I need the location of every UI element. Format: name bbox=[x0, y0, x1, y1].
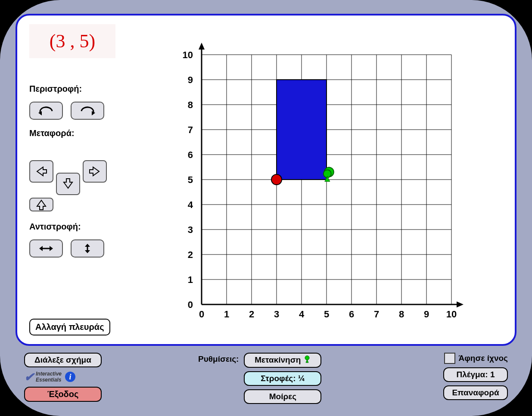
turns-setting-button[interactable]: Στροφές: ¼ bbox=[244, 371, 321, 386]
arrow-down-icon bbox=[62, 178, 74, 190]
flip-vertical-button[interactable] bbox=[71, 239, 104, 258]
svg-text:9: 9 bbox=[187, 75, 193, 85]
svg-text:6: 6 bbox=[348, 309, 354, 320]
flip-horizontal-icon bbox=[37, 243, 55, 254]
trace-row: Άφησε ίχνος bbox=[444, 353, 508, 364]
flip-label: Αντιστροφή: bbox=[29, 222, 150, 232]
move-left-button[interactable] bbox=[29, 160, 53, 183]
exit-button[interactable]: Έξοδος bbox=[24, 387, 102, 402]
svg-text:6: 6 bbox=[187, 149, 193, 160]
svg-text:1: 1 bbox=[187, 274, 193, 285]
svg-text:4: 4 bbox=[187, 199, 193, 210]
svg-text:0: 0 bbox=[187, 299, 193, 310]
coordinate-grid[interactable]: 012345678910012345678910 bbox=[176, 29, 477, 330]
svg-text:10: 10 bbox=[446, 309, 456, 320]
main-panel: (3 , 5) Περιστροφή: Μεταφορά: bbox=[16, 14, 516, 346]
side-change-button[interactable]: Αλλαγή πλευράς bbox=[29, 319, 110, 335]
check-icon: ✔ bbox=[24, 370, 34, 384]
svg-point-49 bbox=[271, 174, 282, 185]
rotate-ccw-icon bbox=[37, 105, 55, 116]
pin-icon bbox=[303, 355, 311, 365]
rotate-cw-icon bbox=[79, 105, 96, 116]
settings-label: Ρυθμίσεις: bbox=[198, 354, 239, 364]
coordinate-display: (3 , 5) bbox=[29, 24, 115, 58]
controls-column: (3 , 5) Περιστροφή: Μεταφορά: bbox=[29, 24, 150, 335]
arrow-up-icon bbox=[35, 199, 47, 211]
svg-text:8: 8 bbox=[187, 99, 193, 110]
reset-button[interactable]: Επαναφορά bbox=[443, 385, 508, 400]
svg-text:0: 0 bbox=[199, 309, 204, 320]
move-setting-button[interactable]: Μετακίνηση bbox=[244, 353, 321, 368]
svg-text:10: 10 bbox=[182, 50, 193, 60]
svg-text:1: 1 bbox=[224, 309, 229, 320]
svg-text:2: 2 bbox=[249, 309, 254, 320]
svg-text:5: 5 bbox=[187, 174, 193, 185]
grid-setting-button[interactable]: Πλέγμα: 1 bbox=[443, 367, 508, 382]
svg-text:3: 3 bbox=[274, 309, 279, 320]
choose-shape-button[interactable]: Διάλεξε σχήμα bbox=[24, 353, 102, 367]
translate-label: Μεταφορά: bbox=[29, 128, 150, 138]
move-down-button[interactable] bbox=[56, 173, 80, 195]
bottom-right-group: Άφησε ίχνος Πλέγμα: 1 Επαναφορά bbox=[443, 353, 508, 400]
svg-text:5: 5 bbox=[324, 309, 329, 320]
svg-rect-24 bbox=[277, 80, 327, 180]
grid-area: 012345678910012345678910 bbox=[150, 24, 503, 335]
trace-label: Άφησε ίχνος bbox=[459, 354, 508, 363]
flip-vertical-icon bbox=[79, 243, 96, 254]
rotate-ccw-button[interactable] bbox=[29, 102, 63, 120]
svg-text:8: 8 bbox=[398, 309, 404, 320]
bottom-bar: Διάλεξε σχήμα ✔ Interactive Essentials i… bbox=[16, 353, 516, 404]
svg-text:7: 7 bbox=[187, 124, 193, 135]
brand-row: ✔ Interactive Essentials i bbox=[24, 370, 136, 384]
trace-checkbox[interactable] bbox=[444, 353, 455, 364]
brand-text: Interactive Essentials bbox=[36, 371, 62, 383]
bottom-left-group: Διάλεξε σχήμα ✔ Interactive Essentials i… bbox=[24, 353, 136, 402]
app-frame: (3 , 5) Περιστροφή: Μεταφορά: bbox=[0, 0, 532, 416]
svg-text:3: 3 bbox=[187, 224, 193, 235]
svg-text:7: 7 bbox=[373, 309, 379, 320]
degrees-setting-button[interactable]: Μοίρες bbox=[244, 389, 321, 404]
arrow-left-icon bbox=[35, 165, 47, 177]
arrow-right-icon bbox=[89, 165, 101, 177]
settings-group: Ρυθμίσεις: Μετακίνηση Στροφές: ¼ Μοίρες bbox=[198, 353, 321, 404]
rotate-cw-button[interactable] bbox=[71, 102, 104, 120]
info-icon[interactable]: i bbox=[65, 372, 75, 382]
svg-text:2: 2 bbox=[187, 249, 193, 260]
svg-text:9: 9 bbox=[423, 309, 429, 320]
rotate-label: Περιστροφή: bbox=[29, 84, 150, 94]
dpad bbox=[29, 148, 150, 211]
flip-horizontal-button[interactable] bbox=[29, 239, 63, 258]
move-up-button[interactable] bbox=[29, 198, 53, 211]
svg-text:4: 4 bbox=[299, 309, 304, 320]
move-right-button[interactable] bbox=[83, 160, 107, 183]
